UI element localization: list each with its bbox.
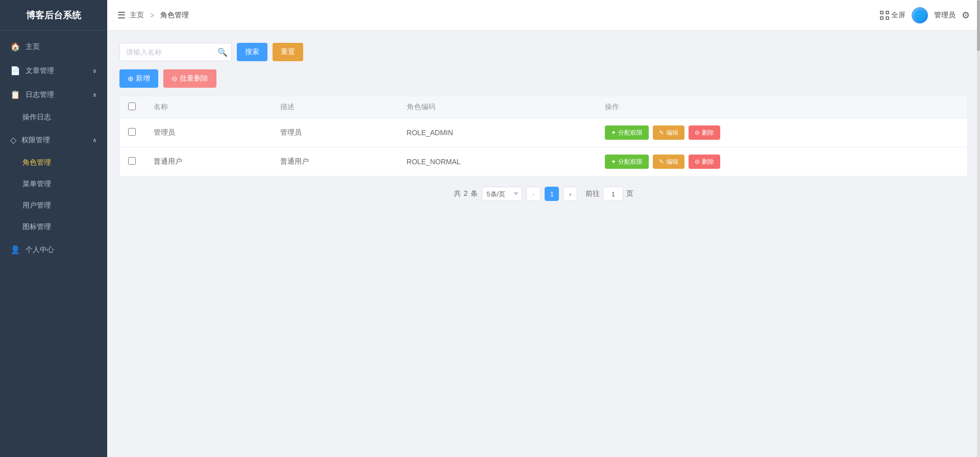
- sidebar-item-log-label: 日志管理: [26, 90, 54, 99]
- reset-button[interactable]: 重置: [273, 43, 303, 61]
- row2-checkbox-cell: [120, 147, 145, 176]
- sidebar-item-article[interactable]: 📄 文章管理 ∨: [0, 59, 107, 83]
- select-all-checkbox[interactable]: [128, 103, 136, 110]
- fullscreen-label: 全屏: [891, 11, 905, 20]
- sidebar-item-role[interactable]: 角色管理: [0, 152, 107, 173]
- data-table: 名称 描述 角色编码 操作 管理员 管理员 ROLE_ADMIN: [119, 96, 968, 176]
- search-input-wrap: 🔍: [119, 43, 232, 61]
- sidebar-item-user[interactable]: 用户管理: [0, 195, 107, 216]
- page-size-select[interactable]: 5条/页 10条/页 20条/页: [482, 187, 522, 201]
- row1-checkbox[interactable]: [128, 128, 136, 136]
- row2-edit-button[interactable]: ✎ 编辑: [653, 155, 684, 169]
- sidebar-item-permission-label: 权限管理: [21, 136, 50, 145]
- header-checkbox-col: [120, 96, 145, 118]
- search-button[interactable]: 搜索: [237, 43, 267, 61]
- prev-page-button[interactable]: ‹: [526, 187, 541, 201]
- row2-checkbox[interactable]: [128, 157, 136, 165]
- fullscreen-button[interactable]: 全屏: [880, 11, 905, 20]
- row1-role-code: ROLE_ADMIN: [399, 118, 597, 147]
- row2-name: 普通用户: [145, 147, 272, 176]
- sidebar-item-permission[interactable]: ◇ 权限管理 ∧: [0, 128, 107, 152]
- assign-label: 分配权限: [618, 129, 643, 137]
- toolbar: ⊕ 新增 ⊖ 批量删除: [119, 69, 968, 88]
- row2-assign-perm-button[interactable]: ✦ 分配权限: [605, 155, 649, 169]
- sidebar: 博客后台系统 🏠 主页 📄 文章管理 ∨ 📋 日志管理 ∧ 操作日志 ◇ 权限管…: [0, 0, 107, 457]
- svg-rect-0: [880, 11, 883, 14]
- sidebar-item-menu[interactable]: 菜单管理: [0, 173, 107, 195]
- sidebar-item-home[interactable]: 🏠 主页: [0, 35, 107, 59]
- row2-actions: ✦ 分配权限 ✎ 编辑 ⊖ 删除: [597, 147, 967, 176]
- scrollbar-thumb: [977, 0, 980, 51]
- header-left: ☰ 主页 > 角色管理: [117, 10, 189, 21]
- row1-desc: 管理员: [272, 118, 399, 147]
- content: 🔍 搜索 重置 ⊕ 新增 ⊖ 批量删除: [107, 31, 980, 457]
- add-button[interactable]: ⊕ 新增: [119, 69, 158, 88]
- row2-desc: 普通用户: [272, 147, 399, 176]
- total-suffix: 条: [471, 189, 478, 197]
- hamburger-icon[interactable]: ☰: [117, 10, 126, 21]
- search-icon[interactable]: 🔍: [217, 47, 228, 57]
- header-desc: 描述: [272, 96, 399, 118]
- avatar: 🌐: [912, 7, 928, 23]
- sidebar-item-personal-label: 个人中心: [26, 245, 54, 255]
- article-arrow: ∨: [92, 67, 97, 74]
- header-name: 名称: [145, 96, 272, 118]
- settings-icon[interactable]: ⚙: [962, 10, 970, 21]
- assign-icon: ✦: [611, 129, 616, 136]
- permission-arrow: ∧: [92, 137, 97, 144]
- breadcrumb-sep: >: [150, 11, 154, 19]
- svg-rect-2: [880, 17, 883, 19]
- header-role-code: 角色编码: [399, 96, 597, 118]
- goto-input[interactable]: [603, 187, 623, 201]
- row1-checkbox-cell: [120, 118, 145, 147]
- row2-delete-button[interactable]: ⊖ 删除: [689, 155, 720, 169]
- row1-delete-button[interactable]: ⊖ 删除: [689, 125, 720, 140]
- sidebar-item-icon[interactable]: 图标管理: [0, 216, 107, 238]
- personal-icon: 👤: [10, 245, 20, 255]
- log-arrow: ∧: [92, 91, 97, 98]
- right-scrollbar[interactable]: [977, 0, 980, 457]
- permission-icon: ◇: [10, 135, 16, 145]
- sidebar-item-op-log-label: 操作日志: [22, 113, 51, 122]
- batch-delete-button[interactable]: ⊖ 批量删除: [163, 69, 216, 88]
- breadcrumb-current: 角色管理: [160, 11, 189, 20]
- edit-icon: ✎: [659, 129, 664, 136]
- search-input[interactable]: [119, 43, 232, 61]
- add-icon: ⊕: [128, 74, 134, 83]
- goto-wrap: 前往 页: [585, 187, 633, 201]
- pagination-total: 共 2 条: [454, 189, 478, 198]
- pagination: 共 2 条 5条/页 10条/页 20条/页 ‹ 1 › 前往 页: [119, 176, 968, 211]
- sidebar-item-personal[interactable]: 👤 个人中心: [0, 238, 107, 262]
- sidebar-item-op-log[interactable]: 操作日志: [0, 107, 107, 128]
- goto-prefix: 前往: [585, 189, 600, 198]
- batch-delete-icon: ⊖: [172, 74, 178, 83]
- home-icon: 🏠: [10, 42, 20, 52]
- row1-name: 管理员: [145, 118, 272, 147]
- sidebar-menu: 🏠 主页 📄 文章管理 ∨ 📋 日志管理 ∧ 操作日志 ◇ 权限管理 ∧ 角色管…: [0, 31, 107, 457]
- svg-rect-1: [886, 11, 889, 14]
- delete-icon: ⊖: [695, 129, 700, 136]
- article-icon: 📄: [10, 66, 20, 75]
- row1-edit-button[interactable]: ✎ 编辑: [653, 125, 684, 140]
- table-header-row: 名称 描述 角色编码 操作: [120, 96, 967, 118]
- total-count: 2: [464, 189, 468, 197]
- main-area: ☰ 主页 > 角色管理 全屏 🌐 管理员 ⚙: [107, 0, 980, 457]
- sidebar-item-log[interactable]: 📋 日志管理 ∧: [0, 83, 107, 107]
- breadcrumb-home[interactable]: 主页: [130, 11, 144, 20]
- total-prefix: 共: [454, 189, 461, 197]
- sidebar-item-user-label: 用户管理: [22, 201, 51, 210]
- row1-assign-perm-button[interactable]: ✦ 分配权限: [605, 125, 649, 140]
- row2-role-code: ROLE_NORMAL: [399, 147, 597, 176]
- assign-icon2: ✦: [611, 158, 616, 165]
- page-1-button[interactable]: 1: [545, 187, 559, 201]
- next-page-button[interactable]: ›: [563, 187, 577, 201]
- app-logo: 博客后台系统: [0, 0, 107, 31]
- sidebar-item-icon-label: 图标管理: [22, 222, 51, 232]
- row1-actions: ✦ 分配权限 ✎ 编辑 ⊖ 删除: [597, 118, 967, 147]
- batch-delete-label: 批量删除: [180, 74, 208, 83]
- sidebar-item-role-label: 角色管理: [22, 158, 51, 167]
- log-icon: 📋: [10, 90, 20, 99]
- sidebar-item-article-label: 文章管理: [26, 66, 54, 75]
- delete-label: 删除: [702, 129, 714, 137]
- edit-label2: 编辑: [666, 158, 678, 166]
